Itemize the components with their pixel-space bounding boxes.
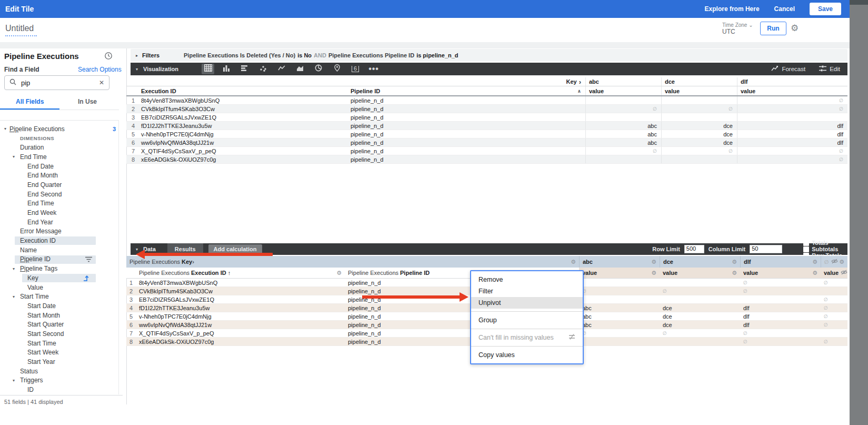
- cell-value[interactable]: [821, 287, 847, 295]
- tree-caret-icon[interactable]: ▾: [13, 294, 15, 299]
- pivot-field-cell[interactable]: Key›: [126, 77, 585, 86]
- sidebar-item-end-year[interactable]: End Year: [0, 218, 118, 227]
- explore-from-here-link[interactable]: Explore from Here: [705, 5, 760, 13]
- cancel-link[interactable]: Cancel: [774, 5, 795, 13]
- viz-icon-single-value[interactable]: 6: [349, 64, 362, 74]
- viz-icon-table[interactable]: [202, 64, 214, 74]
- sidebar-item-end-second[interactable]: End Second: [0, 190, 118, 199]
- cell-execution-id[interactable]: EB7ciDIZR5GALsJVxwZE1Q: [136, 295, 345, 303]
- cell-execution-id[interactable]: X_QTIF4dSyCsSaxV_p_peQ: [136, 329, 345, 337]
- visualization-collapse-icon[interactable]: ▾: [136, 67, 138, 72]
- cell-value[interactable]: [660, 338, 740, 345]
- cell-value[interactable]: abc: [579, 304, 660, 312]
- results-pivot-header-abc[interactable]: abc⚙: [579, 256, 660, 268]
- tree-caret-icon[interactable]: ▾: [13, 266, 15, 271]
- cell-value[interactable]: [579, 279, 660, 286]
- tab-all-fields[interactable]: All Fields: [16, 98, 44, 105]
- viz-icon-bar[interactable]: [238, 64, 251, 74]
- gear-icon[interactable]: ⚙: [732, 270, 740, 276]
- cell-value[interactable]: dce: [660, 304, 740, 312]
- sidebar-item-start-month[interactable]: Start Month: [0, 311, 118, 320]
- sidebar-item-end-quarter[interactable]: End Quarter: [0, 180, 118, 190]
- pivot-field-key[interactable]: Key›: [566, 78, 585, 86]
- gear-icon[interactable]: ⚙: [812, 270, 821, 276]
- gear-icon[interactable]: ⚙: [571, 259, 579, 265]
- tree-caret-icon[interactable]: ▾: [4, 126, 6, 131]
- tree-caret-icon[interactable]: ▾: [13, 154, 15, 159]
- sidebar-item-pipeline-tags[interactable]: ▾Pipeline Tags: [0, 264, 118, 273]
- cell-value[interactable]: ∅: [579, 287, 660, 295]
- sidebar-item-start-year[interactable]: Start Year: [0, 357, 118, 367]
- gear-icon[interactable]: ⚙: [651, 270, 660, 276]
- sidebar-item-end-date[interactable]: End Date: [0, 162, 118, 171]
- tree-caret-icon[interactable]: ▾: [13, 378, 15, 383]
- cell-value[interactable]: dlf: [740, 304, 821, 312]
- save-button[interactable]: Save: [810, 3, 841, 15]
- viz-icon-more[interactable]: •••: [367, 64, 380, 74]
- cell-value[interactable]: dce: [660, 312, 740, 320]
- results-pivot-header-dce[interactable]: dce⚙: [660, 256, 740, 268]
- cell-value[interactable]: ∅: [740, 279, 821, 286]
- cell-value[interactable]: ∅: [821, 304, 847, 312]
- measure-header-dlf[interactable]: value: [737, 86, 847, 95]
- menu-item-unpivot[interactable]: Unpivot: [471, 297, 583, 309]
- results-measure-header-dce[interactable]: value⚙: [660, 268, 740, 278]
- results-measure-header-abc[interactable]: value⚙: [579, 268, 660, 278]
- viz-icon-scatter[interactable]: [257, 64, 270, 74]
- sidebar-item-end-time[interactable]: ▾End Time: [0, 152, 118, 162]
- search-options-link[interactable]: Search Options: [78, 66, 122, 73]
- sidebar-item-triggers[interactable]: ▾Triggers: [0, 376, 118, 386]
- cell-value[interactable]: ∅: [821, 295, 847, 303]
- clear-search-icon[interactable]: ✕: [99, 79, 104, 86]
- viz-icon-pie[interactable]: [312, 64, 325, 74]
- column-limit-input[interactable]: 50: [750, 245, 782, 253]
- forecast-button[interactable]: Forecast: [771, 65, 805, 73]
- edit-viz-button[interactable]: Edit: [819, 65, 840, 73]
- viz-icon-map[interactable]: [331, 64, 343, 74]
- pivot-value-header-dce[interactable]: dce: [661, 77, 737, 86]
- results-header-execution-id[interactable]: Pipeline ExecutionsExecution ID↑⚙: [136, 268, 345, 278]
- gear-icon[interactable]: ⚙: [791, 23, 799, 34]
- cell-execution-id[interactable]: fD1I2J2hTTKE3Jeanu3u5w: [136, 304, 345, 312]
- cell-value[interactable]: ∅: [660, 287, 740, 295]
- measure-header-abc[interactable]: value: [585, 86, 661, 95]
- results-pivot-header-null[interactable]: ∅⚙: [821, 256, 847, 268]
- sidebar-item-name[interactable]: Name: [0, 245, 118, 255]
- cell-value[interactable]: [660, 279, 740, 286]
- tab-in-use[interactable]: In Use: [78, 98, 97, 105]
- cell-value[interactable]: ∅: [740, 287, 821, 295]
- column-header-pipeline-id[interactable]: Pipeline ID∧: [347, 86, 585, 95]
- sidebar-item-end-time[interactable]: End Time: [0, 199, 118, 209]
- cell-execution-id[interactable]: v-Nheh0pTPC7E0jC4dmNjg: [136, 312, 345, 320]
- gear-icon[interactable]: ⚙: [732, 259, 740, 265]
- query-title[interactable]: Untitled: [5, 24, 34, 33]
- pivot-value-header-dlf[interactable]: dlf: [737, 77, 847, 86]
- row-limit-input[interactable]: 500: [684, 245, 704, 253]
- timezone-selector[interactable]: Time Zone ⌄ UTC: [722, 22, 753, 35]
- sort-asc-icon[interactable]: ∧: [577, 88, 585, 94]
- cell-value[interactable]: dlf: [740, 321, 821, 329]
- sidebar-item-value[interactable]: Value: [0, 283, 118, 292]
- menu-item-group[interactable]: Group: [471, 314, 583, 326]
- sidebar-item-status[interactable]: Status: [0, 367, 118, 376]
- measure-header-dce[interactable]: value: [661, 86, 737, 95]
- cell-value[interactable]: ∅: [740, 329, 821, 337]
- sidebar-item-end-month[interactable]: End Month: [0, 171, 118, 180]
- cell-value[interactable]: ∅: [660, 329, 740, 337]
- filters-expand-icon[interactable]: ▸: [136, 53, 138, 58]
- sidebar-item-start-date[interactable]: Start Date: [0, 301, 118, 311]
- gear-icon[interactable]: ⚙: [651, 259, 660, 265]
- cell-value[interactable]: ∅: [821, 312, 847, 320]
- sidebar-item-key[interactable]: Key: [0, 273, 118, 283]
- results-measure-header-dlf[interactable]: value⚙: [740, 268, 821, 278]
- field-search-input[interactable]: pip ✕: [4, 75, 109, 90]
- sidebar-item-start-time[interactable]: Start Time: [0, 339, 118, 348]
- cell-value[interactable]: ∅: [821, 279, 847, 286]
- sidebar-scrollbar[interactable]: [118, 121, 119, 394]
- sidebar-item-start-second[interactable]: Start Second: [0, 329, 118, 339]
- sidebar-item-pipeline-id[interactable]: Pipeline ID: [0, 255, 118, 264]
- sidebar-item-end-week[interactable]: End Week: [0, 208, 118, 218]
- filter-icon[interactable]: [85, 256, 92, 264]
- sidebar-item-id[interactable]: ID: [0, 385, 118, 394]
- sidebar-item-start-time[interactable]: ▾Start Time: [0, 292, 118, 301]
